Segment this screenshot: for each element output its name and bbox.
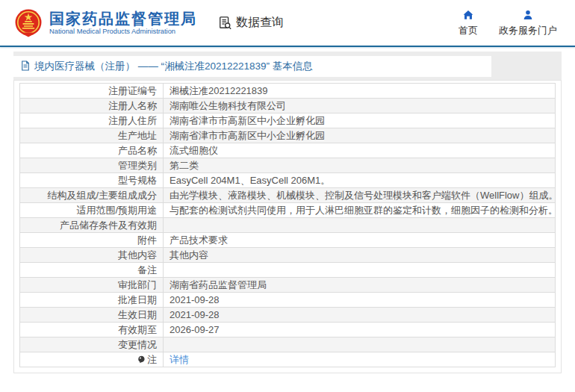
table-row: 注详情 xyxy=(20,352,556,367)
user-icon xyxy=(522,9,534,21)
row-label: 注 xyxy=(20,352,164,367)
logo-group[interactable]: 国家药品监督管理局 National Medical Products Admi… xyxy=(13,8,197,38)
data-query-tab[interactable]: 数据查询 xyxy=(218,15,284,31)
page-title: 境内医疗器械（注册） —— “湘械注准20212221839” 基本信息 xyxy=(34,60,313,73)
site-header: 国家药品监督管理局 National Medical Products Admi… xyxy=(0,0,575,46)
nav-home-label: 首页 xyxy=(459,24,478,37)
row-label: 审批部门 xyxy=(20,278,164,293)
table-row: 有效期至2026-09-27 xyxy=(20,323,556,337)
nav-portal-label: 政务服务门户 xyxy=(499,24,557,37)
table-row: 备注 xyxy=(20,263,556,278)
row-value: 湖南省津市市高新区中小企业孵化园 xyxy=(164,128,556,143)
row-value: 详情 xyxy=(164,352,556,367)
row-label: 注册人住所 xyxy=(20,113,164,128)
row-value: 其他内容 xyxy=(164,248,556,263)
row-label: 批准日期 xyxy=(20,293,164,308)
row-value: 2026-09-27 xyxy=(164,323,556,337)
row-value: 湘械注准20212221839 xyxy=(164,84,556,99)
table-row: 型号规格EasyCell 204M1、EasyCell 206M1。 xyxy=(20,173,556,188)
row-value xyxy=(164,263,556,278)
site-subtitle: National Medical Products Administration xyxy=(49,28,197,35)
row-value: 第二类 xyxy=(164,158,556,173)
table-row: 变更情况 xyxy=(20,337,556,352)
nav-portal[interactable]: 政务服务门户 xyxy=(499,9,557,37)
row-value: 湖南唯公生物科技有限公司 xyxy=(164,99,556,113)
table-row: 其他内容其他内容 xyxy=(20,248,556,263)
top-nav: 首页 政务服务门户 xyxy=(459,9,557,37)
table-row: 注册证编号湘械注准20212221839 xyxy=(20,84,556,99)
table-row: 生产地址湖南省津市市高新区中小企业孵化园 xyxy=(20,128,556,143)
document-icon xyxy=(21,60,30,73)
row-label: 有效期至 xyxy=(20,323,164,337)
row-label: 备注 xyxy=(20,263,164,278)
table-row: 管理类别第二类 xyxy=(20,158,556,173)
header-divider xyxy=(0,46,575,47)
row-value xyxy=(164,218,556,233)
row-value xyxy=(164,337,556,352)
table-row: 产品名称流式细胞仪 xyxy=(20,143,556,158)
site-title: 国家药品监督管理局 xyxy=(49,10,197,27)
data-query-icon xyxy=(218,16,232,30)
nav-home[interactable]: 首页 xyxy=(459,9,478,37)
row-label: 附件 xyxy=(20,233,164,248)
row-value: 由光学模块、液路模块、机械模块、控制及信号处理模块和客户端软件（WellFlow… xyxy=(164,188,556,203)
info-table: 注册证编号湘械注准20212221839注册人名称湖南唯公生物科技有限公司注册人… xyxy=(19,83,556,367)
table-row: 注册人住所湖南省津市市高新区中小企业孵化园 xyxy=(20,113,556,128)
table-row: 注册人名称湖南唯公生物科技有限公司 xyxy=(20,99,556,113)
row-label: 结构及组成/主要组成成分 xyxy=(20,188,164,203)
table-row: 生效日期2021-09-28 xyxy=(20,308,556,323)
detail-link[interactable]: 详情 xyxy=(170,354,189,365)
row-value: EasyCell 204M1、EasyCell 206M1。 xyxy=(164,173,556,188)
info-panel: 注册证编号湘械注准20212221839注册人名称湖南唯公生物科技有限公司注册人… xyxy=(13,80,562,373)
row-label: 产品储存条件及有效期 xyxy=(20,218,164,233)
row-label: 适用范围/预期用途 xyxy=(20,203,164,218)
row-label: 注册证编号 xyxy=(20,84,164,99)
row-value: 湖南省津市市高新区中小企业孵化园 xyxy=(164,113,556,128)
row-value: 产品技术要求 xyxy=(164,233,556,248)
content-area: 境内医疗器械（注册） —— “湘械注准20212221839” 基本信息 注册证… xyxy=(13,52,562,373)
table-row: 结构及组成/主要组成成分由光学模块、液路模块、机械模块、控制及信号处理模块和客户… xyxy=(20,188,556,203)
national-emblem-logo xyxy=(13,8,43,38)
data-query-label: 数据查询 xyxy=(236,15,284,31)
table-row: 批准日期2021-09-28 xyxy=(20,293,556,308)
row-label: 型号规格 xyxy=(20,173,164,188)
row-label: 产品名称 xyxy=(20,143,164,158)
table-row: 产品储存条件及有效期 xyxy=(20,218,556,233)
note-icon xyxy=(137,355,146,366)
row-label: 生产地址 xyxy=(20,128,164,143)
row-label: 管理类别 xyxy=(20,158,164,173)
row-label: 变更情况 xyxy=(20,337,164,352)
row-value: 2021-09-28 xyxy=(164,308,556,323)
table-row: 附件产品技术要求 xyxy=(20,233,556,248)
row-value: 与配套的检测试剂共同使用，用于人淋巴细胞亚群的鉴定和计数，细胞因子的检测和分析。 xyxy=(164,203,556,218)
row-value: 流式细胞仪 xyxy=(164,143,556,158)
row-label: 注册人名称 xyxy=(20,99,164,113)
table-row: 审批部门湖南省药品监督管理局 xyxy=(20,278,556,293)
breadcrumb: 境内医疗器械（注册） —— “湘械注准20212221839” 基本信息 xyxy=(13,56,491,77)
row-label: 生效日期 xyxy=(20,308,164,323)
row-value: 湖南省药品监督管理局 xyxy=(164,278,556,293)
table-row: 适用范围/预期用途与配套的检测试剂共同使用，用于人淋巴细胞亚群的鉴定和计数，细胞… xyxy=(20,203,556,218)
row-label: 其他内容 xyxy=(20,248,164,263)
row-value: 2021-09-28 xyxy=(164,293,556,308)
home-icon xyxy=(462,9,474,21)
